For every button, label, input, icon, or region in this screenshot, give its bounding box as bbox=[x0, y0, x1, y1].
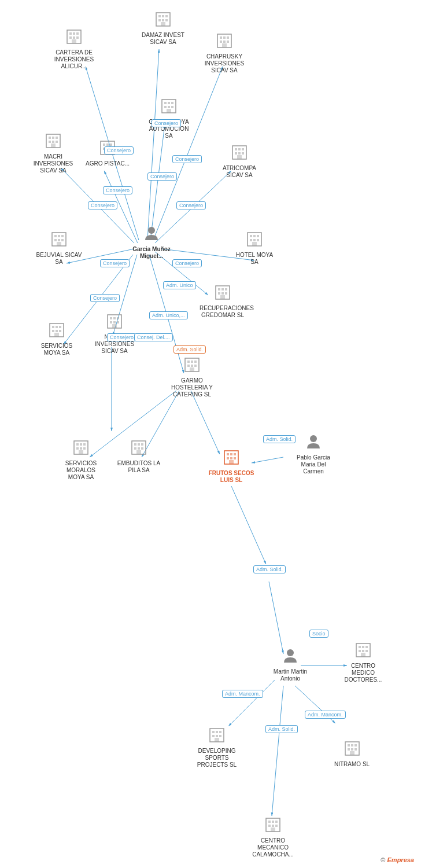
svg-rect-83 bbox=[58, 235, 60, 237]
brand-name: Empresa bbox=[387, 856, 414, 863]
svg-rect-110 bbox=[52, 330, 54, 332]
badge-label-admsolid-mid[interactable]: Adm. Solid. bbox=[253, 565, 286, 573]
badge-label-consejero-9[interactable]: Consejero bbox=[172, 259, 202, 267]
svg-rect-166 bbox=[216, 731, 218, 733]
label-chaprusky: CHAPRUSKY INVERSIONES SICAV SA bbox=[201, 53, 248, 74]
badge-label-consejero-3[interactable]: Consejero bbox=[172, 155, 202, 163]
svg-rect-55 bbox=[171, 106, 173, 108]
badge-consejero-7[interactable]: Consejero bbox=[176, 201, 206, 208]
node-martinmartin[interactable]: Martin Martin Antonio bbox=[267, 647, 313, 682]
svg-rect-168 bbox=[212, 735, 215, 737]
svg-rect-56 bbox=[167, 109, 171, 113]
badge-label-admunico-1[interactable]: Adm. Unico bbox=[163, 281, 196, 289]
svg-rect-161 bbox=[362, 650, 364, 652]
badge-consejero-8[interactable]: Consejero bbox=[100, 259, 130, 266]
node-hotelmoya[interactable]: HOTEL MOYA SA bbox=[231, 230, 278, 266]
badge-socio[interactable]: Socio bbox=[309, 630, 328, 637]
svg-rect-46 bbox=[223, 41, 226, 43]
badge-admunico-1[interactable]: Adm. Unico bbox=[163, 281, 196, 288]
svg-rect-97 bbox=[252, 242, 257, 246]
label-serviciosmoralos: SERVICIOS MORALOS MOYA SA bbox=[58, 460, 104, 481]
svg-line-17 bbox=[252, 457, 283, 463]
badge-admsolid-mid[interactable]: Adm. Solid. bbox=[253, 565, 286, 572]
badge-label-consejero-8[interactable]: Consejero bbox=[100, 259, 130, 267]
svg-rect-140 bbox=[138, 443, 140, 446]
badge-consejero-3[interactable]: Consejero bbox=[172, 155, 202, 162]
svg-rect-99 bbox=[218, 288, 220, 290]
node-frutos[interactable]: FRUTOS SECOS LUIS SL bbox=[208, 448, 254, 484]
svg-rect-47 bbox=[227, 41, 229, 43]
badge-label-consejero-4[interactable]: Consejero bbox=[147, 172, 177, 181]
badge-label-consejero-6[interactable]: Consejero bbox=[88, 201, 117, 209]
label-recuperaciones: RECUPERACIONES GREDOMAR SL bbox=[200, 305, 246, 319]
svg-rect-165 bbox=[212, 731, 215, 733]
copyright: © Empresa bbox=[381, 856, 414, 863]
svg-rect-143 bbox=[138, 447, 140, 450]
badge-admmancom-2[interactable]: Adm. Mancom. bbox=[305, 711, 346, 718]
badge-admmancom-1[interactable]: Adm. Mancom. bbox=[222, 690, 263, 697]
badge-consejero-5[interactable]: Consejero bbox=[103, 186, 132, 193]
node-recuperaciones[interactable]: RECUPERACIONES GREDOMAR SL bbox=[200, 284, 246, 319]
building-nitramo bbox=[344, 740, 361, 760]
node-macri[interactable]: MACRI INVERSIONES SICAV SA bbox=[30, 132, 76, 174]
node-chaprusky[interactable]: CHAPRUSKY INVERSIONES SICAV SA bbox=[201, 32, 248, 74]
node-bejuvial[interactable]: BEJUVIAL SICAV SA bbox=[36, 230, 82, 266]
building-chaprusky bbox=[216, 32, 233, 52]
svg-rect-119 bbox=[113, 321, 116, 323]
svg-rect-152 bbox=[234, 457, 236, 459]
node-serviciosmoya[interactable]: SERVICIOS MOYA SA bbox=[34, 321, 80, 356]
svg-rect-132 bbox=[80, 443, 82, 446]
badge-consejdel[interactable]: Consej. Del.... bbox=[134, 333, 173, 340]
badge-label-consejero-2[interactable]: Consejero bbox=[104, 146, 134, 155]
badge-label-admsolid-garmo[interactable]: Adm. Solid. bbox=[173, 345, 206, 354]
node-garmo[interactable]: GARMO HOSTELERIA Y CATERING SL bbox=[169, 356, 215, 398]
badge-label-consejero-1[interactable]: Consejero bbox=[152, 119, 181, 127]
svg-rect-68 bbox=[110, 144, 112, 146]
network-graph: DAMAZ INVEST SICAV SA CARTERA DE INVERSI… bbox=[0, 0, 421, 868]
person-martinmartin bbox=[282, 647, 299, 667]
badge-consejero-11[interactable]: Consejero bbox=[107, 333, 136, 340]
node-atricompa[interactable]: ATRICOMPA SICAV SA bbox=[216, 144, 263, 179]
badge-label-admmancom-1[interactable]: Adm. Mancom. bbox=[222, 690, 263, 698]
node-centromedico[interactable]: CENTRO MEDICO DOCTORES... bbox=[340, 641, 386, 683]
badge-label-consejero-5[interactable]: Consejero bbox=[103, 186, 132, 194]
node-garciamoya-auto[interactable]: GARCIA MOYA AUTOMOCION SA bbox=[146, 97, 192, 139]
badge-label-admsolid-pablo[interactable]: Adm. Solid. bbox=[263, 435, 296, 443]
svg-rect-136 bbox=[83, 447, 86, 450]
badge-label-consejero-10[interactable]: Consejero bbox=[90, 294, 120, 302]
badge-label-socio[interactable]: Socio bbox=[309, 630, 328, 638]
node-developing[interactable]: DEVELOPING SPORTS PROJECTS SL bbox=[194, 726, 240, 768]
svg-rect-103 bbox=[221, 292, 224, 295]
node-cartera[interactable]: CARTERA DE INVERSIONES ALICUR... bbox=[51, 28, 97, 70]
badge-consejero-10[interactable]: Consejero bbox=[90, 294, 120, 301]
badge-consejero-1[interactable]: Consejero bbox=[152, 119, 181, 126]
badge-consejero-9[interactable]: Consejero bbox=[172, 259, 202, 266]
badge-label-consejero-7[interactable]: Consejero bbox=[176, 201, 206, 209]
svg-rect-137 bbox=[79, 450, 83, 454]
badge-consejero-2[interactable]: Consejero bbox=[104, 146, 134, 153]
svg-rect-62 bbox=[52, 141, 54, 143]
svg-rect-60 bbox=[56, 137, 58, 139]
node-nitramo[interactable]: NITRAMO SL bbox=[334, 740, 370, 768]
svg-rect-126 bbox=[187, 365, 190, 367]
badge-label-consejdel[interactable]: Consej. Del.... bbox=[134, 333, 173, 341]
badge-consejero-6[interactable]: Consejero bbox=[88, 201, 117, 208]
svg-rect-160 bbox=[359, 650, 361, 652]
node-embutidos[interactable]: EMBUDITOS LA PILA SA bbox=[116, 439, 162, 474]
node-garciamunoz[interactable]: Garcia Muñoz Miguel... bbox=[128, 225, 175, 260]
badge-label-admunico-2[interactable]: Adm. Unico,... bbox=[149, 311, 188, 319]
node-pablo[interactable]: Pablo Garcia Maria Del Carmen bbox=[290, 433, 337, 475]
badge-admsolid-mecanico[interactable]: Adm. Solid. bbox=[265, 725, 298, 732]
badge-admsolid-pablo[interactable]: Adm. Solid. bbox=[263, 435, 296, 442]
badge-admunico-2[interactable]: Adm. Unico,... bbox=[149, 311, 188, 318]
node-damaz[interactable]: DAMAZ INVEST SICAV SA bbox=[140, 10, 186, 46]
building-macri bbox=[45, 132, 62, 152]
node-centromecanico[interactable]: CENTRO MECANICO CALAMOCHA... bbox=[250, 816, 296, 858]
svg-rect-179 bbox=[350, 751, 354, 755]
badge-label-admsolid-mecanico[interactable]: Adm. Solid. bbox=[265, 725, 298, 733]
badge-admsolid-garmo[interactable]: Adm. Solid. bbox=[173, 345, 206, 352]
node-serviciosmoralos[interactable]: SERVICIOS MORALOS MOYA SA bbox=[58, 439, 104, 481]
badge-consejero-4[interactable]: Consejero bbox=[147, 172, 177, 179]
badge-label-admmancom-2[interactable]: Adm. Mancom. bbox=[305, 711, 346, 719]
badge-label-consejero-11[interactable]: Consejero bbox=[107, 333, 136, 341]
